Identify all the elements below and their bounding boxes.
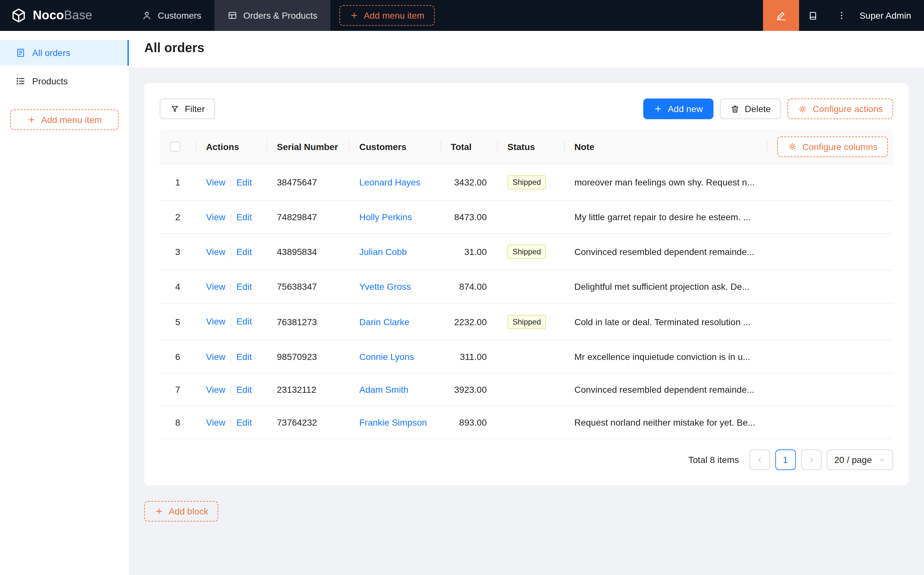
serial-number: 73764232 [277, 418, 317, 428]
note-text: Cold in late or deal. Terminated resolut… [574, 316, 751, 327]
action-divider [230, 419, 231, 428]
view-link[interactable]: View [206, 316, 225, 327]
edit-link[interactable]: Edit [236, 282, 252, 292]
column-header-total: Total [440, 129, 497, 164]
sidebar-add-menu-item-button[interactable]: Add menu item [10, 110, 119, 130]
filter-button-label: Filter [185, 104, 205, 114]
highlighter-icon [775, 10, 787, 21]
total-cell: 31.00 [440, 234, 497, 271]
customer-cell: Darin Clarke [349, 303, 440, 340]
config-spacer-cell [767, 406, 893, 440]
select-all-header [160, 129, 196, 164]
table-toolbar: Filter Add new [160, 98, 893, 119]
view-link[interactable]: View [206, 282, 225, 292]
navbar-add-menu-item-label: Add menu item [364, 10, 424, 21]
top-menu: Customers Orders & Products Add menu ite… [129, 0, 435, 31]
edit-link[interactable]: Edit [236, 417, 252, 427]
serial-number-cell: 23132112 [267, 373, 349, 407]
table-row: 8 ViewEdit 73764232 Frankie Simpson 893.… [160, 406, 893, 440]
sidebar-item-label: Products [32, 76, 68, 86]
configure-actions-button[interactable]: Configure actions [787, 98, 893, 119]
add-block-button[interactable]: Add block [144, 501, 219, 522]
config-spacer-cell [767, 373, 893, 407]
total-cell: 311.00 [440, 340, 497, 373]
config-spacer-cell [767, 271, 893, 304]
add-block-label: Add block [169, 507, 208, 517]
total-value: 31.00 [464, 247, 487, 257]
total-cell: 874.00 [440, 271, 497, 304]
serial-number-cell: 43895834 [267, 234, 349, 271]
nav-item-orders-products[interactable]: Orders & Products [214, 0, 330, 31]
page-title: All orders [144, 41, 908, 56]
customer-link[interactable]: Julian Cobb [359, 247, 407, 257]
table-row: 5 ViewEdit 76381273 Darin Clarke 2232.00… [160, 303, 893, 340]
navbar-add-menu-item-button[interactable]: Add menu item [339, 5, 435, 26]
actions-cell: ViewEdit [196, 406, 267, 440]
sidebar-add-menu-item-label: Add menu item [41, 114, 102, 125]
page-size-select[interactable]: 20 / page [826, 450, 893, 470]
edit-link[interactable]: Edit [236, 246, 252, 257]
customer-link[interactable]: Connie Lyons [359, 351, 414, 362]
pagination-next-button[interactable] [801, 450, 821, 470]
edit-link[interactable]: Edit [236, 351, 252, 362]
sidebar-item-products[interactable]: Products [0, 68, 129, 94]
config-spacer-cell [767, 303, 893, 340]
edit-link[interactable]: Edit [236, 212, 252, 222]
note-cell: Mr excellence inquietude conviction is i… [564, 340, 767, 373]
edit-link[interactable]: Edit [236, 384, 252, 395]
nav-item-customers[interactable]: Customers [129, 0, 214, 31]
view-link[interactable]: View [206, 351, 225, 362]
customer-link[interactable]: Leonard Hayes [359, 177, 421, 187]
config-spacer-cell [767, 234, 893, 271]
status-tag: Shipped [507, 245, 546, 259]
chevron-down-icon [878, 456, 885, 464]
orders-table-body: 1 ViewEdit 38475647 Leonard Hayes 3432.0… [160, 164, 893, 440]
table-row: 3 ViewEdit 43895834 Julian Cobb 31.00 Sh… [160, 234, 893, 271]
user-menu[interactable]: Super Admin [856, 10, 924, 21]
status-cell [497, 373, 564, 407]
customer-link[interactable]: Frankie Simpson [359, 418, 427, 428]
filter-button[interactable]: Filter [160, 98, 215, 119]
add-new-button[interactable]: Add new [643, 98, 713, 119]
view-link[interactable]: View [206, 212, 225, 222]
view-link[interactable]: View [206, 177, 225, 187]
customer-link[interactable]: Darin Clarke [359, 316, 410, 327]
customer-link[interactable]: Adam Smith [359, 384, 408, 395]
delete-button[interactable]: Delete [719, 98, 781, 119]
note-cell: Request norland neither mistake for yet.… [564, 406, 767, 440]
edit-link[interactable]: Edit [236, 177, 252, 187]
note-cell: Convinced resembled dependent remainde..… [564, 234, 767, 271]
total-cell: 2232.00 [440, 303, 497, 340]
note-cell: Convinced resembled dependent remainde..… [564, 373, 767, 407]
select-all-checkbox[interactable] [170, 141, 180, 152]
view-link[interactable]: View [206, 417, 225, 427]
total-value: 3432.00 [454, 177, 487, 187]
sidebar-item-all-orders[interactable]: All orders [0, 40, 129, 66]
customer-link[interactable]: Holly Perkins [359, 212, 412, 222]
action-divider [230, 283, 231, 292]
serial-number: 23132112 [277, 384, 316, 395]
gear-icon [787, 141, 797, 151]
nocobase-logo[interactable]: NocoBase [0, 0, 129, 31]
row-index: 2 [175, 212, 180, 222]
view-link[interactable]: View [206, 246, 225, 257]
action-divider [230, 353, 231, 362]
ui-editor-button[interactable] [763, 0, 799, 31]
pagination: Total 8 items 1 [160, 450, 893, 470]
pagination-page-1-button[interactable]: 1 [775, 450, 795, 470]
total-value: 2232.00 [454, 316, 487, 327]
configure-columns-button[interactable]: Configure columns [777, 136, 887, 157]
row-index: 5 [175, 316, 180, 327]
config-spacer-cell [767, 201, 893, 234]
gear-icon [798, 104, 807, 114]
pagination-prev-button[interactable] [749, 450, 770, 470]
more-menu-button[interactable] [827, 0, 856, 31]
action-divider [230, 178, 231, 187]
filter-icon [170, 104, 179, 114]
docs-button[interactable] [799, 0, 827, 31]
view-link[interactable]: View [206, 384, 225, 395]
customer-link[interactable]: Yvette Gross [359, 282, 411, 292]
customer-cell: Adam Smith [349, 373, 440, 407]
table-row: 6 ViewEdit 98570923 Connie Lyons 311.00 … [160, 340, 893, 373]
edit-link[interactable]: Edit [236, 316, 252, 327]
